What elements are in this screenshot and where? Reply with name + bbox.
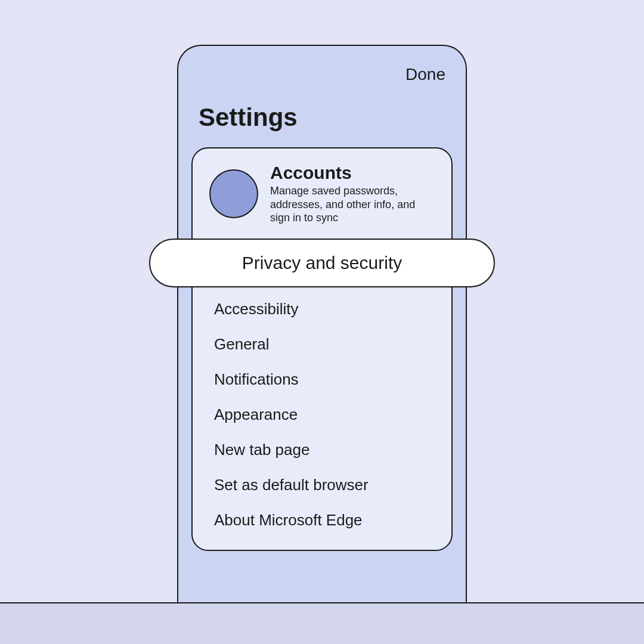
settings-panel: Accounts Manage saved passwords, address… — [191, 147, 453, 551]
settings-item-notifications[interactable]: Notifications — [193, 362, 451, 397]
settings-item-general[interactable]: General — [193, 327, 451, 362]
settings-item-privacy-security[interactable]: Privacy and security — [149, 239, 495, 287]
privacy-security-label: Privacy and security — [242, 253, 402, 273]
ground-fill — [0, 603, 644, 644]
settings-item-about[interactable]: About Microsoft Edge — [193, 503, 451, 538]
settings-item-accessibility[interactable]: Accessibility — [193, 292, 451, 327]
page-title: Settings — [178, 84, 466, 147]
accounts-text: Accounts Manage saved passwords, address… — [270, 163, 419, 225]
accounts-title: Accounts — [270, 163, 419, 183]
settings-item-new-tab-page[interactable]: New tab page — [193, 432, 451, 467]
done-button[interactable]: Done — [405, 65, 445, 84]
phone-frame: Done Settings Accounts Manage saved pass… — [177, 45, 467, 602]
settings-item-accounts[interactable]: Accounts Manage saved passwords, address… — [193, 163, 451, 237]
avatar-icon — [209, 169, 258, 218]
top-bar: Done — [178, 46, 466, 84]
settings-item-default-browser[interactable]: Set as default browser — [193, 467, 451, 503]
accounts-description: Manage saved passwords, addresses, and o… — [270, 184, 419, 225]
settings-item-appearance[interactable]: Appearance — [193, 397, 451, 432]
